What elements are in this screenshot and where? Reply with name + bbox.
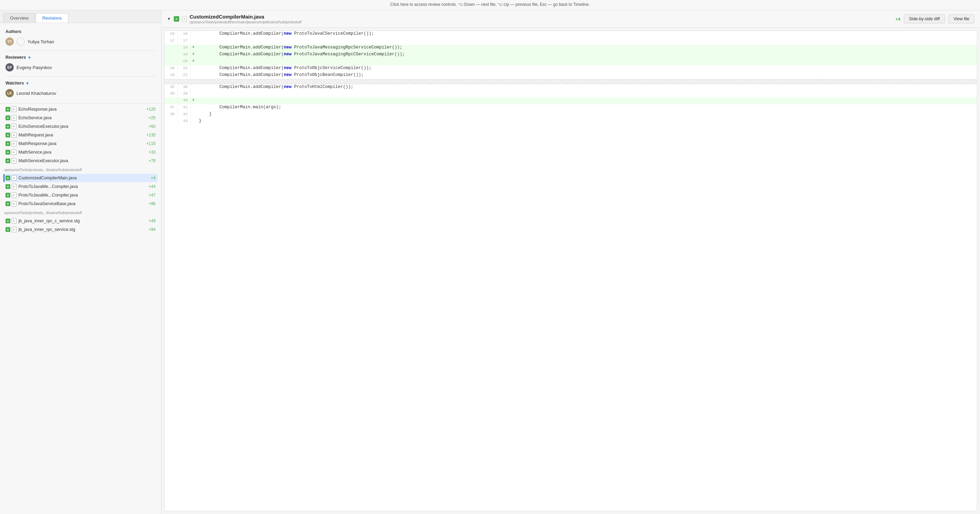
line-num-new: 20 bbox=[178, 58, 191, 65]
file-section-2: upsourceTools/protostu...tbrains/hub/pro… bbox=[3, 211, 158, 234]
file-added-icon: + bbox=[5, 158, 10, 163]
file-doc-icon: ≡ bbox=[12, 124, 16, 129]
code-row: 43} bbox=[164, 118, 977, 125]
code-row: 18+ CompilerMain.addCompiler(new ProtoTo… bbox=[164, 45, 977, 51]
author-avatar-0: YT bbox=[5, 37, 14, 46]
line-num-old: 38 bbox=[164, 111, 178, 118]
code-row: 3639 bbox=[164, 91, 977, 97]
line-num-old bbox=[164, 118, 178, 125]
file-header-actions: +4 Side-by-side diff View file bbox=[895, 14, 975, 23]
file-section-path-1: upsourceTools/protostu...tbrains/hub/pro… bbox=[3, 168, 158, 172]
file-row-math-request[interactable]: + ≡ MathRequest.java +135 bbox=[3, 131, 158, 139]
file-added-icon: + bbox=[5, 193, 10, 198]
line-marker: + bbox=[191, 97, 196, 104]
sidebar-tabs: Overview Revisions bbox=[0, 10, 161, 23]
code-table: 1616 CompilerMain.addCompiler(new ProtoT… bbox=[164, 31, 977, 125]
line-code bbox=[196, 97, 977, 104]
line-num-new: 18 bbox=[178, 45, 191, 51]
line-num-old: 37 bbox=[164, 104, 178, 111]
file-row-echo-service[interactable]: + ≡ EchoService.java +25 bbox=[3, 114, 158, 122]
watcher-name-0: Leonid Khachaturov bbox=[16, 91, 56, 96]
code-row: 19+ CompilerMain.addCompiler(new ProtoTo… bbox=[164, 51, 977, 58]
file-added-icon: + bbox=[5, 124, 10, 129]
watchers-label: Watchers + bbox=[5, 81, 156, 86]
code-row: 3741 CompilerMain.main(args); bbox=[164, 104, 977, 111]
divider-1 bbox=[5, 51, 156, 51]
code-row: 1616 CompilerMain.addCompiler(new ProtoT… bbox=[164, 31, 977, 38]
file-section-0: + ≡ EchoResponse.java +120 + ≡ EchoServi… bbox=[3, 105, 158, 165]
line-num-old bbox=[164, 51, 178, 58]
file-delta-badge: +4 bbox=[895, 16, 900, 22]
code-viewer[interactable]: 1616 CompilerMain.addCompiler(new ProtoT… bbox=[164, 30, 977, 511]
file-section-path-2: upsourceTools/protostu...tbrains/hub/pro… bbox=[3, 211, 158, 215]
line-marker: + bbox=[191, 58, 196, 65]
line-marker bbox=[191, 38, 196, 45]
top-bar[interactable]: Click here to access review controls. ⌥-… bbox=[0, 0, 980, 10]
line-num-new: 43 bbox=[178, 118, 191, 125]
reviewer-avatar-0: EP bbox=[5, 63, 14, 72]
file-doc-icon: ≡ bbox=[12, 158, 16, 164]
file-row-customized-compiler-main[interactable]: + ≡ CustomizedCompilerMain.java +4 bbox=[3, 174, 158, 182]
line-num-new: 40 bbox=[178, 97, 191, 104]
code-row: 1821 CompilerMain.addCompiler(new ProtoT… bbox=[164, 65, 977, 72]
line-num-new: 41 bbox=[178, 104, 191, 111]
file-added-icon: + bbox=[5, 176, 10, 180]
file-row-math-service-executor[interactable]: + ≡ MathServiceExecutor.java +79 bbox=[3, 156, 158, 165]
line-code: CompilerMain.addCompiler(new ProtoToObjc… bbox=[196, 72, 977, 79]
line-num-old: 16 bbox=[164, 31, 178, 38]
top-bar-message: Click here to access review controls. ⌥-… bbox=[390, 2, 590, 7]
file-added-icon: + bbox=[5, 132, 10, 137]
file-section-1: upsourceTools/protostu...tbrains/hub/pro… bbox=[3, 168, 158, 208]
file-row-echo-response[interactable]: + ≡ EchoResponse.java +120 bbox=[3, 105, 158, 113]
file-added-icon: + bbox=[5, 107, 10, 112]
line-marker bbox=[191, 111, 196, 118]
line-num-old bbox=[164, 45, 178, 51]
file-row-echo-service-executor[interactable]: + ≡ EchoServiceExecutor.java +60 bbox=[3, 122, 158, 131]
file-row-proto-messaging-rpc[interactable]: + ≡ ProtoToJavaMe...Compiler.java +44 bbox=[3, 182, 158, 191]
line-code bbox=[196, 38, 977, 45]
line-marker: + bbox=[191, 51, 196, 58]
line-num-new: 21 bbox=[178, 65, 191, 72]
line-code: CompilerMain.addCompiler(new ProtoToJava… bbox=[196, 51, 977, 58]
line-code: CompilerMain.addCompiler(new ProtoToObjc… bbox=[196, 65, 977, 72]
line-marker bbox=[191, 84, 196, 91]
line-marker bbox=[191, 104, 196, 111]
code-row: 3842 } bbox=[164, 111, 977, 118]
side-by-side-btn[interactable]: Side-by-side diff bbox=[904, 14, 945, 23]
line-num-new: 42 bbox=[178, 111, 191, 118]
file-row-proto-service-base[interactable]: + ≡ ProtoToJavaServiceBase.java +96 bbox=[3, 200, 158, 208]
code-row: 1922 CompilerMain.addCompiler(new ProtoT… bbox=[164, 72, 977, 79]
line-num-new: 22 bbox=[178, 72, 191, 79]
file-doc-icon: ≡ bbox=[12, 227, 16, 232]
line-num-old: 18 bbox=[164, 65, 178, 72]
add-reviewer-btn[interactable]: + bbox=[28, 55, 30, 60]
file-doc-icon: ≡ bbox=[12, 115, 16, 121]
line-code: } bbox=[196, 111, 977, 118]
file-header: ▼ + ≡ CustomizedCompilerMain.java upsour… bbox=[161, 10, 980, 28]
file-row-stg-c-service[interactable]: + ≡ jb_java_inner_rpc_c_service.stg +49 bbox=[3, 217, 158, 225]
tab-overview[interactable]: Overview bbox=[3, 13, 35, 23]
file-type-badge: + bbox=[174, 16, 179, 22]
file-row-math-service[interactable]: + ≡ MathService.java +33 bbox=[3, 148, 158, 156]
line-code bbox=[196, 58, 977, 65]
add-watcher-btn[interactable]: + bbox=[26, 81, 29, 86]
divider-2 bbox=[5, 76, 156, 77]
authors-label: Authors bbox=[5, 29, 156, 34]
file-row-stg-service[interactable]: + ≡ jb_java_inner_rpc_service.stg +94 bbox=[3, 225, 158, 234]
reviewer-row-0: EP Evgeny Pasynkov bbox=[5, 62, 156, 72]
file-doc-icon: ≡ bbox=[12, 192, 16, 198]
line-code bbox=[196, 91, 977, 97]
tab-revisions[interactable]: Revisions bbox=[36, 13, 68, 23]
file-added-icon: + bbox=[5, 115, 10, 120]
file-row-proto-messaging-rpcc[interactable]: + ≡ ProtoToJavaMe...Compiler.java +47 bbox=[3, 191, 158, 199]
line-marker: + bbox=[191, 45, 196, 51]
collapse-arrow-icon[interactable]: ▼ bbox=[167, 16, 171, 21]
view-file-btn[interactable]: View file bbox=[948, 14, 975, 23]
file-row-math-response[interactable]: + ≡ MathResponse.java +115 bbox=[3, 139, 158, 148]
line-num-new: 19 bbox=[178, 51, 191, 58]
file-doc-icon: ≡ bbox=[12, 184, 16, 189]
code-row: 40+ bbox=[164, 97, 977, 104]
line-num-old bbox=[164, 97, 178, 104]
file-added-icon: + bbox=[5, 219, 10, 223]
line-code: } bbox=[196, 118, 977, 125]
